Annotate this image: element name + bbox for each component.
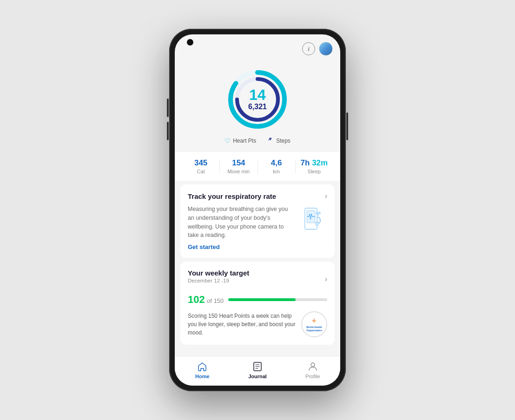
target-separator: of bbox=[207, 297, 213, 304]
nav-journal[interactable]: Journal bbox=[230, 359, 285, 381]
target-current: 102 bbox=[188, 294, 205, 305]
svg-point-9 bbox=[319, 212, 321, 214]
heart-pts-value: 14 bbox=[248, 87, 267, 102]
stat-km: 4,6 km bbox=[258, 158, 295, 174]
heart-pts-legend-label: Heart Pts bbox=[233, 138, 256, 144]
km-value: 4,6 bbox=[258, 158, 295, 168]
sleep-value: 7h 32m bbox=[296, 158, 333, 168]
cal-value: 345 bbox=[182, 158, 219, 168]
steps-value: 6,321 bbox=[248, 102, 267, 111]
volume-down-button bbox=[167, 122, 169, 140]
avatar[interactable] bbox=[319, 42, 333, 56]
svg-point-8 bbox=[316, 212, 318, 214]
journal-label: Journal bbox=[248, 374, 267, 379]
progress-bar-background bbox=[228, 298, 327, 301]
info-button[interactable]: i bbox=[302, 42, 315, 55]
nav-profile[interactable]: Profile bbox=[285, 359, 340, 381]
target-progress-row: 102 of 150 bbox=[188, 294, 327, 306]
steps-legend: Steps bbox=[267, 137, 291, 144]
activity-ring-section: 14 6,321 ♡ Heart Pts bbox=[175, 58, 340, 152]
km-label: km bbox=[258, 169, 295, 174]
weekly-target-header: Your weekly target December 12 -19 › bbox=[188, 269, 327, 289]
respiratory-illustration bbox=[295, 205, 327, 239]
legend-row: ♡ Heart Pts Steps bbox=[224, 137, 291, 144]
target-bottom-row: Scoring 150 Heart Points a week can help… bbox=[188, 311, 327, 337]
weekly-target-title-col: Your weekly target December 12 -19 bbox=[188, 269, 249, 289]
who-plus-icon: + bbox=[312, 317, 317, 325]
camera-dot bbox=[187, 39, 193, 46]
heart-pts-legend: ♡ Heart Pts bbox=[224, 137, 256, 144]
respiratory-card-body: Measuring your breathing can give you an… bbox=[188, 205, 327, 250]
weekly-target-subtitle: December 12 -19 bbox=[188, 278, 249, 283]
profile-label: Profile bbox=[305, 374, 320, 379]
weekly-target-title: Your weekly target bbox=[188, 269, 249, 277]
respiratory-description: Measuring your breathing can give you an… bbox=[188, 205, 289, 240]
volume-up-button bbox=[167, 98, 169, 117]
weekly-target-chevron[interactable]: › bbox=[325, 275, 327, 283]
respiratory-title: Track your respiratory rate bbox=[188, 192, 276, 200]
progress-bar-fill bbox=[228, 298, 296, 301]
power-button bbox=[346, 112, 348, 140]
ring-center: 14 6,321 bbox=[248, 87, 267, 111]
journal-icon bbox=[252, 361, 263, 372]
bottom-nav: Home Journal bbox=[175, 356, 340, 386]
svg-point-7 bbox=[317, 223, 318, 224]
who-label: World HealthOrganization bbox=[306, 326, 322, 332]
phone-screen: i bbox=[175, 34, 340, 386]
stats-row: 345 Cal 154 Move min 4,6 km 7h 32m bbox=[175, 152, 340, 181]
sleep-label: Sleep bbox=[296, 169, 333, 174]
profile-icon bbox=[307, 361, 318, 372]
sleep-hours: 7h bbox=[301, 158, 312, 167]
steps-legend-label: Steps bbox=[276, 138, 291, 144]
ring-chart: 14 6,321 bbox=[225, 67, 290, 132]
move-min-value: 154 bbox=[220, 158, 257, 168]
stat-cal: 345 Cal bbox=[182, 158, 219, 174]
sleep-minutes: 32m bbox=[312, 158, 328, 167]
heart-icon: ♡ bbox=[224, 137, 231, 144]
who-badge: + World HealthOrganization bbox=[301, 311, 327, 337]
respiratory-chevron[interactable]: › bbox=[325, 192, 327, 200]
move-min-label: Move min bbox=[220, 169, 257, 174]
cal-label: Cal bbox=[182, 169, 219, 174]
home-label: Home bbox=[195, 374, 210, 379]
respiratory-text-col: Measuring your breathing can give you an… bbox=[188, 205, 289, 250]
nav-home[interactable]: Home bbox=[175, 359, 230, 381]
respiratory-card: Track your respiratory rate › Measuring … bbox=[180, 184, 335, 258]
target-description: Scoring 150 Heart Points a week can help… bbox=[188, 312, 297, 337]
steps-icon bbox=[267, 137, 274, 144]
weekly-target-card: Your weekly target December 12 -19 › 102… bbox=[180, 262, 335, 345]
respiratory-card-header: Track your respiratory rate › bbox=[188, 192, 327, 200]
get-started-link[interactable]: Get started bbox=[188, 243, 289, 250]
avatar-image bbox=[319, 42, 332, 55]
stat-move-min: 154 Move min bbox=[220, 158, 257, 174]
svg-point-14 bbox=[311, 363, 315, 367]
top-icons-row: i bbox=[302, 42, 333, 56]
target-total: 150 bbox=[214, 297, 224, 304]
phone-frame: i bbox=[169, 29, 346, 391]
home-icon bbox=[197, 361, 208, 372]
stat-sleep: 7h 32m Sleep bbox=[296, 158, 333, 174]
target-number-group: 102 of 150 bbox=[188, 294, 224, 306]
scroll-content[interactable]: 14 6,321 ♡ Heart Pts bbox=[175, 34, 340, 356]
